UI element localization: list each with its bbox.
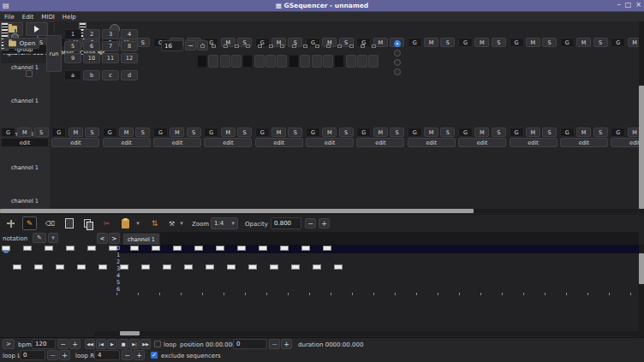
length-minus-button[interactable]: − bbox=[185, 40, 196, 50]
note[interactable] bbox=[120, 264, 128, 270]
edit-button[interactable]: edit bbox=[255, 138, 303, 147]
note[interactable] bbox=[216, 246, 224, 251]
loop-l-plus-button[interactable]: + bbox=[59, 350, 70, 360]
bank-tab-d[interactable]: d bbox=[121, 70, 138, 80]
transport-expander[interactable]: > bbox=[3, 339, 15, 349]
pattern-pad-16[interactable] bbox=[368, 55, 379, 68]
menu-file[interactable]: File bbox=[4, 14, 15, 21]
select-button[interactable] bbox=[62, 217, 76, 230]
strip-11-mute-button-row2[interactable]: M bbox=[526, 128, 540, 137]
paste-button[interactable] bbox=[118, 217, 133, 230]
note[interactable] bbox=[313, 264, 321, 270]
edit-button[interactable]: edit bbox=[153, 138, 201, 147]
bank-index-2[interactable]: 2 bbox=[83, 29, 100, 39]
strip-12-mute-button-row1[interactable]: M bbox=[576, 38, 591, 47]
strip-7-mute-button-row2[interactable]: M bbox=[322, 128, 337, 137]
tab-scroll-right-button[interactable]: > bbox=[109, 233, 120, 244]
note[interactable] bbox=[291, 264, 300, 270]
strip-3-solo-button-row2[interactable]: S bbox=[135, 128, 150, 137]
strip-2-solo-button-row2[interactable]: S bbox=[85, 128, 99, 137]
edit-button[interactable]: edit bbox=[51, 138, 99, 147]
edit-button[interactable]: edit bbox=[356, 138, 404, 147]
loop-r-minus-button[interactable]: − bbox=[122, 350, 133, 360]
strip-7-solo-button-row2[interactable]: S bbox=[339, 128, 354, 137]
loop-l-minus-button[interactable]: − bbox=[47, 350, 58, 360]
offset-radio-49-64[interactable] bbox=[394, 68, 401, 75]
tab-channel-1[interactable]: channel 1 bbox=[122, 233, 160, 246]
note[interactable] bbox=[334, 264, 343, 270]
play-button[interactable]: ▶ bbox=[107, 339, 117, 349]
loop-checkbox[interactable] bbox=[154, 341, 161, 347]
pattern-loop-checkbox[interactable] bbox=[26, 70, 33, 77]
note[interactable] bbox=[98, 264, 107, 270]
note[interactable] bbox=[163, 264, 171, 270]
strip-12-solo-button-row2[interactable]: S bbox=[593, 128, 608, 137]
opacity-minus-button[interactable]: − bbox=[305, 218, 316, 228]
position-plus-button[interactable]: + bbox=[281, 339, 292, 349]
note[interactable] bbox=[237, 246, 246, 251]
note[interactable] bbox=[301, 246, 310, 251]
note[interactable] bbox=[270, 264, 278, 270]
copy-button[interactable] bbox=[80, 217, 95, 230]
pattern-pad-6[interactable] bbox=[254, 55, 265, 68]
pattern-pad-5[interactable] bbox=[242, 55, 253, 68]
bpm-plus-button[interactable]: + bbox=[69, 339, 80, 349]
pattern-pad-10[interactable] bbox=[300, 55, 310, 68]
pattern-pad-13[interactable] bbox=[334, 55, 344, 68]
note[interactable] bbox=[13, 264, 21, 270]
note[interactable] bbox=[34, 264, 43, 270]
loop-r-input[interactable]: 4 bbox=[94, 350, 120, 360]
strip-5-solo-button-row2[interactable]: S bbox=[237, 128, 252, 137]
notation-dropdown[interactable]: ▾ bbox=[48, 233, 58, 243]
opacity-input[interactable]: 0.800 bbox=[271, 217, 301, 229]
strip-11-solo-button-row2[interactable]: S bbox=[542, 128, 557, 137]
bank-index-10[interactable]: 10 bbox=[83, 53, 100, 63]
strip-6-mute-button-row2[interactable]: M bbox=[271, 128, 286, 137]
note[interactable] bbox=[194, 246, 203, 251]
loop-l-input[interactable]: 0 bbox=[20, 350, 45, 360]
position-minus-button[interactable]: − bbox=[269, 339, 280, 349]
next-button[interactable]: ▶| bbox=[129, 339, 140, 349]
edit-pencil-button[interactable]: ✎ bbox=[22, 217, 37, 230]
bank-index-11[interactable]: 11 bbox=[102, 53, 119, 63]
strip-11-group-button-row1[interactable]: G bbox=[510, 38, 524, 47]
edit-button[interactable]: edit bbox=[510, 138, 558, 147]
note[interactable] bbox=[56, 264, 64, 270]
bank-index-9[interactable]: 9 bbox=[64, 53, 81, 63]
strip-6-solo-button-row2[interactable]: S bbox=[288, 128, 302, 137]
note[interactable] bbox=[109, 246, 117, 251]
minimize-button[interactable]: – bbox=[617, 1, 621, 9]
strip-11-group-button-row2[interactable]: G bbox=[510, 128, 524, 137]
cut-button[interactable]: ✂ bbox=[99, 217, 114, 230]
offset-radio-17-32[interactable] bbox=[394, 50, 401, 56]
offset-radio-1-16[interactable] bbox=[394, 40, 401, 47]
loop-r-plus-button[interactable]: + bbox=[134, 350, 145, 360]
bank-index-4[interactable]: 4 bbox=[121, 29, 138, 39]
exclude-sequencers-checkbox[interactable]: ✓ bbox=[151, 352, 158, 359]
strip-4-solo-button-row2[interactable]: S bbox=[187, 128, 201, 137]
strip-11-solo-button-row1[interactable]: S bbox=[542, 38, 557, 47]
bank-index-1[interactable]: 1 bbox=[64, 29, 81, 39]
strip-8-mute-button-row2[interactable]: M bbox=[373, 128, 388, 137]
bank-index-12[interactable]: 12 bbox=[121, 53, 138, 63]
close-button[interactable]: × bbox=[635, 1, 641, 9]
pattern-pad-1[interactable] bbox=[197, 55, 207, 68]
strip-10-mute-button-row2[interactable]: M bbox=[474, 128, 489, 137]
strip-9-group-button-row2[interactable]: G bbox=[408, 128, 422, 137]
pattern-pad-15[interactable] bbox=[357, 55, 367, 68]
edit-button[interactable]: edit bbox=[204, 138, 252, 147]
bank-tab-c[interactable]: c bbox=[102, 70, 119, 80]
bank-tab-b[interactable]: b bbox=[83, 70, 100, 80]
edit-button[interactable]: edit bbox=[458, 138, 506, 147]
stop-button[interactable]: ■ bbox=[118, 339, 128, 349]
menu-help[interactable]: Help bbox=[63, 14, 76, 21]
pattern-pad-7[interactable] bbox=[265, 55, 276, 68]
note[interactable] bbox=[23, 246, 32, 251]
strip-13-group-button-row1[interactable]: G bbox=[611, 38, 625, 47]
note[interactable] bbox=[66, 246, 75, 251]
previous-button[interactable]: |◀ bbox=[96, 339, 106, 349]
note[interactable] bbox=[206, 264, 214, 270]
position-input[interactable]: 0 bbox=[233, 339, 267, 349]
strip-3-group-button-row2[interactable]: G bbox=[103, 128, 117, 137]
maximize-button[interactable]: □ bbox=[625, 1, 632, 9]
